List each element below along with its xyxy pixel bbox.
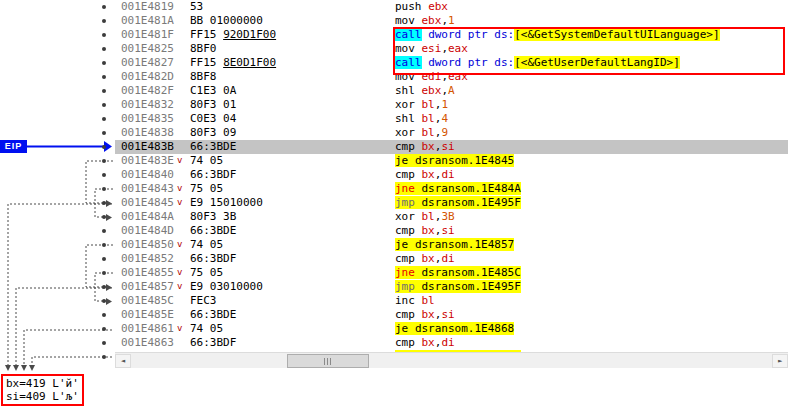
bytes-cell: E9 03010000 <box>190 280 395 294</box>
breakpoint-dot-icon <box>102 257 106 261</box>
jump-direction-mark <box>177 294 190 308</box>
bytes-cell: FEC3 <box>190 294 395 308</box>
disasm-row[interactable]: 001E4855v75 05jne dsransom.1E485C <box>115 266 788 280</box>
jump-direction-mark <box>177 98 190 112</box>
jump-direction-mark: v <box>177 196 190 210</box>
instruction-cell: je dsransom.1E4868 <box>395 322 788 336</box>
jump-direction-mark <box>177 0 190 14</box>
disasm-row[interactable]: 001E481ABB 01000000mov ebx,1 <box>115 14 788 28</box>
breakpoint-dot-icon <box>102 271 106 275</box>
disasm-row[interactable]: 001E482FC1E3 0Ashl ebx,A <box>115 84 788 98</box>
disasm-row[interactable]: 001E483280F3 01xor bl,1 <box>115 98 788 112</box>
address-cell: 001E4840 <box>115 168 177 182</box>
jump-direction-mark <box>177 252 190 266</box>
breakpoint-dot-icon <box>102 229 106 233</box>
instruction-cell: cmp bx,si <box>395 308 788 322</box>
address-cell: 001E4857 <box>115 280 177 294</box>
breakpoint-dot-icon <box>102 173 106 177</box>
instruction-cell: jmp dsransom.1E495F <box>395 280 788 294</box>
disasm-row[interactable]: 001E485E66:3BDEcmp bx,si <box>115 308 788 322</box>
breakpoint-dot-icon <box>102 145 106 149</box>
disasm-row[interactable]: 001E483B66:3BDEcmp bx,si <box>115 140 788 154</box>
instruction-cell: xor bl,3B <box>395 210 788 224</box>
debugger-disassembly-view: EIP 001E481953push ebx001E481ABB 0100000… <box>0 0 788 408</box>
breakpoint-dot-icon <box>102 285 106 289</box>
breakpoint-dot-icon <box>102 215 106 219</box>
breakpoint-dot-icon <box>102 19 106 23</box>
disasm-row[interactable]: 001E484A80F3 3Bxor bl,3B <box>115 210 788 224</box>
address-cell: 001E4825 <box>115 42 177 56</box>
breakpoint-dot-icon <box>102 5 106 9</box>
disasm-row[interactable]: 001E4835C0E3 04shl bl,4 <box>115 112 788 126</box>
bytes-cell: 80F3 09 <box>190 126 395 140</box>
address-cell: 001E4852 <box>115 252 177 266</box>
breakpoint-dot-icon <box>102 103 106 107</box>
eip-marker: EIP <box>0 140 27 153</box>
bytes-cell: 8BF0 <box>190 42 395 56</box>
disasm-row[interactable]: 001E483Ev74 05je dsransom.1E4845 <box>115 154 788 168</box>
instruction-cell: inc bl <box>395 294 788 308</box>
address-cell: 001E4819 <box>115 0 177 14</box>
disasm-row[interactable]: 001E4861v74 05je dsransom.1E4868 <box>115 322 788 336</box>
breakpoint-dot-icon <box>102 131 106 135</box>
scrollbar-grip-icon <box>324 358 333 365</box>
address-cell: 001E4843 <box>115 182 177 196</box>
breakpoint-dot-icon <box>102 159 106 163</box>
jump-direction-mark: v <box>177 266 190 280</box>
disasm-row[interactable]: 001E4843v75 05jne dsransom.1E484A <box>115 182 788 196</box>
jump-direction-mark: v <box>177 322 190 336</box>
disassembly-pane[interactable]: 001E481953push ebx001E481ABB 01000000mov… <box>115 0 788 352</box>
disasm-row[interactable]: 001E4845vE9 15010000jmp dsransom.1E495F <box>115 196 788 210</box>
scroll-right-button[interactable]: ► <box>772 354 788 368</box>
instruction-cell: jmp dsransom.1E495F <box>395 196 788 210</box>
instruction-cell: je dsransom.1E4857 <box>395 238 788 252</box>
instruction-cell: xor bl,9 <box>395 126 788 140</box>
address-cell: 001E485C <box>115 294 177 308</box>
disasm-row[interactable]: 001E485CFEC3inc bl <box>115 294 788 308</box>
address-cell: 001E482D <box>115 70 177 84</box>
bytes-cell: 74 05 <box>190 238 395 252</box>
disasm-row[interactable]: 001E481FFF15 920D1F00call dword ptr ds:[… <box>115 28 788 42</box>
disasm-row[interactable]: 001E484D66:3BDEcmp bx,si <box>115 224 788 238</box>
disasm-row[interactable]: 001E4850v74 05je dsransom.1E4857 <box>115 238 788 252</box>
jump-direction-mark <box>177 308 190 322</box>
horizontal-scrollbar[interactable]: ◄ ► <box>115 352 788 368</box>
instruction-cell: cmp bx,di <box>395 168 788 182</box>
address-cell: 001E4855 <box>115 266 177 280</box>
bytes-cell: 66:3BDE <box>190 140 395 154</box>
disasm-row[interactable]: 001E484066:3BDFcmp bx,di <box>115 168 788 182</box>
jump-direction-mark <box>177 126 190 140</box>
address-cell: 001E485E <box>115 308 177 322</box>
breakpoint-dot-icon <box>102 47 106 51</box>
disasm-row[interactable]: 001E481953push ebx <box>115 0 788 14</box>
disasm-row[interactable]: 001E486366:3BDFcmp bx,di <box>115 336 788 350</box>
jump-direction-mark <box>177 336 190 350</box>
instruction-cell: mov ebx,1 <box>395 14 788 28</box>
jump-direction-mark <box>177 70 190 84</box>
disasm-row[interactable]: 001E482D8BF8mov edi,eax <box>115 70 788 84</box>
breakpoint-dot-icon <box>102 341 106 345</box>
bytes-cell: 66:3BDE <box>190 224 395 238</box>
scrollbar-thumb[interactable] <box>287 354 369 368</box>
disasm-row[interactable]: 001E48258BF0mov esi,eax <box>115 42 788 56</box>
breakpoint-dot-icon <box>102 61 106 65</box>
instruction-cell: cmp bx,si <box>395 140 788 154</box>
disasm-row[interactable]: 001E485266:3BDFcmp bx,di <box>115 252 788 266</box>
address-cell: 001E484A <box>115 210 177 224</box>
bytes-cell: FF15 920D1F00 <box>190 28 395 42</box>
bytes-cell: C1E3 0A <box>190 84 395 98</box>
disasm-row[interactable]: 001E4827FF15 8E0D1F00call dword ptr ds:[… <box>115 56 788 70</box>
jump-direction-mark <box>177 28 190 42</box>
breakpoint-dot-icon <box>102 355 106 359</box>
disasm-row[interactable]: 001E483880F3 09xor bl,9 <box>115 126 788 140</box>
bytes-cell: 66:3BDF <box>190 252 395 266</box>
breakpoint-dot-icon <box>102 89 106 93</box>
jump-direction-mark: v <box>177 182 190 196</box>
scroll-left-button[interactable]: ◄ <box>115 354 131 368</box>
address-cell: 001E4827 <box>115 56 177 70</box>
bytes-cell: C0E3 04 <box>190 112 395 126</box>
bytes-cell: 75 05 <box>190 182 395 196</box>
disasm-row[interactable]: 001E4857vE9 03010000jmp dsransom.1E495F <box>115 280 788 294</box>
disasm-rows: 001E481953push ebx001E481ABB 01000000mov… <box>115 0 788 352</box>
address-cell: 001E4861 <box>115 322 177 336</box>
